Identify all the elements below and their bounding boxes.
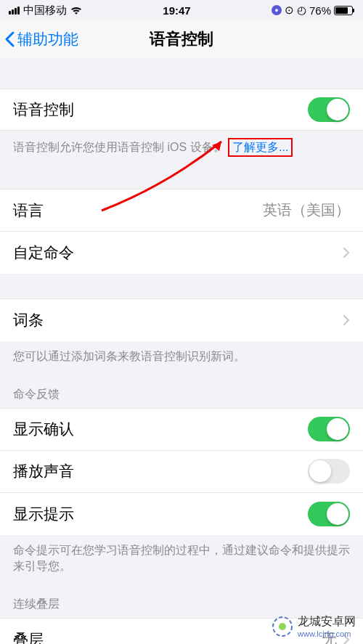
voice-control-toggle[interactable] — [308, 97, 350, 122]
show-hint-cell[interactable]: 显示提示 — [0, 493, 363, 535]
nav-bar: 辅助功能 语音控制 — [0, 20, 363, 58]
voice-indicator-icon: ● — [272, 5, 282, 15]
watermark: 龙城安卓网 www.lcjrfg.com — [272, 614, 356, 638]
chevron-left-icon — [4, 31, 15, 47]
vocab-label: 词条 — [13, 310, 44, 330]
watermark-logo-icon — [272, 616, 293, 637]
custom-commands-cell[interactable]: 自定命令 — [0, 232, 363, 274]
svg-point-1 — [279, 623, 286, 630]
signal-icon — [9, 7, 20, 15]
play-sound-toggle[interactable] — [308, 459, 350, 484]
language-label: 语言 — [13, 200, 44, 221]
play-sound-cell[interactable]: 播放声音 — [0, 451, 363, 493]
feedback-header: 命令反馈 — [0, 372, 363, 408]
custom-commands-label: 自定命令 — [13, 242, 74, 263]
back-button[interactable]: 辅助功能 — [4, 29, 78, 49]
voice-control-desc: 语音控制允许您使用语音控制 iOS 设备。 了解更多... — [0, 131, 363, 164]
voice-control-label: 语音控制 — [13, 99, 74, 120]
status-bar: 中国移动 19:47 ● ⊙ ◴ 76% — [0, 0, 363, 20]
chevron-right-icon — [343, 247, 350, 258]
overlay-label: 叠层 — [13, 629, 44, 644]
show-hint-label: 显示提示 — [13, 504, 74, 524]
clock-icon: ◴ — [297, 4, 306, 17]
vocab-desc: 您可以通过添加词条来教语音控制识别新词。 — [0, 341, 363, 372]
show-hint-toggle[interactable] — [308, 502, 350, 526]
voice-control-cell[interactable]: 语音控制 — [0, 89, 363, 131]
battery-icon — [334, 6, 354, 15]
chevron-right-icon — [343, 314, 350, 326]
back-label: 辅助功能 — [17, 29, 78, 49]
show-confirm-cell[interactable]: 显示确认 — [0, 409, 363, 451]
carrier-label: 中国移动 — [23, 4, 67, 17]
wifi-icon — [70, 6, 82, 15]
feedback-desc: 命令提示可在您学习语音控制的过程中，通过建议命令和提供提示来引导您。 — [0, 535, 363, 582]
alarm-icon: ⊙ — [285, 4, 294, 17]
show-confirm-label: 显示确认 — [13, 419, 74, 439]
play-sound-label: 播放声音 — [13, 461, 74, 481]
show-confirm-toggle[interactable] — [308, 417, 350, 441]
time-label: 19:47 — [163, 4, 190, 17]
watermark-url: www.lcjrfg.com — [298, 629, 356, 638]
battery-pct: 76% — [309, 4, 331, 17]
vocab-cell[interactable]: 词条 — [0, 299, 363, 341]
language-cell[interactable]: 语言 英语（美国） — [0, 189, 363, 232]
learn-more-link[interactable]: 了解更多... — [232, 141, 288, 153]
watermark-name: 龙城安卓网 — [298, 615, 356, 627]
language-value: 英语（美国） — [263, 200, 350, 220]
overlay-header: 连续叠层 — [0, 582, 363, 618]
